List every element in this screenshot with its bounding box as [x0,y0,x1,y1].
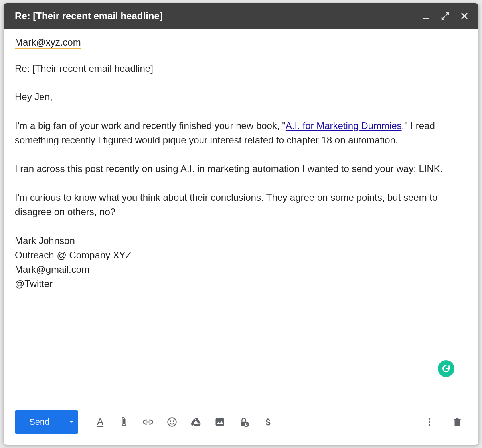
recipients-field[interactable]: Mark@xyz.com [15,29,467,55]
body-paragraph-3: I'm curious to know what you think about… [15,190,467,219]
money-icon[interactable] [258,412,278,432]
attach-icon[interactable] [114,412,134,432]
confidential-mode-icon[interactable] [234,412,254,432]
grammarly-icon[interactable] [438,360,454,377]
svg-rect-0 [423,18,429,19]
titlebar: Re: [Their recent email headline] [4,3,478,29]
emoji-icon[interactable] [162,412,182,432]
svg-point-2 [168,418,176,426]
body-greeting: Hey Jen, [15,90,467,104]
signature-twitter: @Twitter [15,277,467,291]
expand-icon[interactable] [441,12,450,20]
insert-link-icon[interactable] [138,412,158,432]
svg-rect-1 [97,426,103,427]
recipient-chip[interactable]: Mark@xyz.com [15,37,81,49]
discard-draft-icon[interactable] [447,412,467,432]
send-options-button[interactable] [64,410,78,434]
message-body[interactable]: Hey Jen, I'm a big fan of your work and … [4,80,478,403]
body-paragraph-2: I ran across this post recently on using… [15,162,467,176]
svg-point-3 [170,420,171,422]
book-link[interactable]: A.I. for Marketing Dummies [286,120,402,131]
compose-footer: Send [4,403,478,445]
svg-point-11 [429,424,430,426]
subject-text: Re: [Their recent email headline] [15,63,153,74]
signature-name: Mark Johnson [15,234,467,248]
text-format-icon[interactable] [90,412,110,432]
format-toolbar [90,412,278,432]
window-title: Re: [Their recent email headline] [15,10,422,22]
compose-window: Re: [Their recent email headline] Mark@x… [4,3,478,445]
svg-point-9 [429,418,430,420]
titlebar-actions [422,12,469,20]
send-button-group: Send [15,410,78,434]
body-paragraph-1: I'm a big fan of your work and recently … [15,119,467,147]
body-p1-text-before: I'm a big fan of your work and recently … [15,120,286,131]
subject-field[interactable]: Re: [Their recent email headline] [15,55,467,80]
close-icon[interactable] [460,12,469,20]
more-options-icon[interactable] [419,412,439,432]
svg-rect-5 [216,418,224,426]
send-button[interactable]: Send [15,410,64,434]
minimize-icon[interactable] [422,12,431,20]
drive-icon[interactable] [186,412,206,432]
footer-right-actions [419,412,467,432]
header-fields: Mark@xyz.com Re: [Their recent email hea… [4,29,478,80]
insert-photo-icon[interactable] [210,412,230,432]
svg-point-10 [429,421,430,423]
signature-title: Outreach @ Company XYZ [15,248,467,262]
signature-email: Mark@gmail.com [15,262,467,277]
svg-point-4 [173,420,174,422]
